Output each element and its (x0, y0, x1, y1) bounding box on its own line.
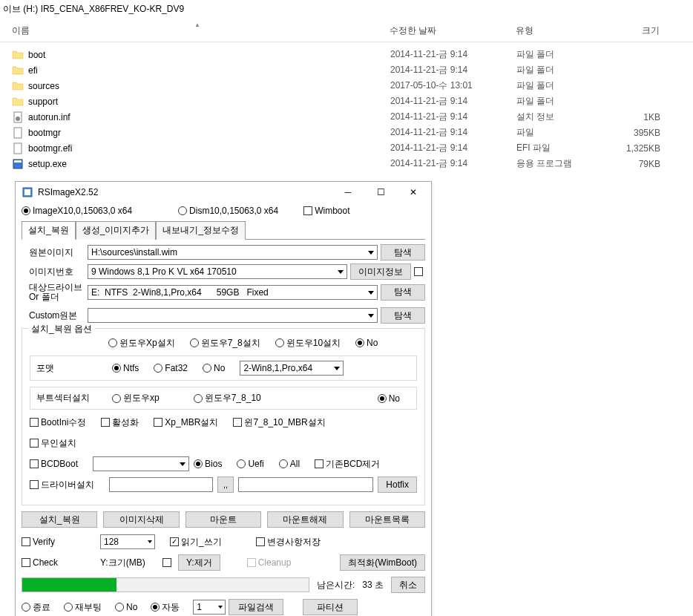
file-name: boot (28, 50, 390, 60)
check-driver[interactable]: 드라이버설치 (30, 479, 94, 491)
radio-boot-xp[interactable]: 윈도우xp (112, 392, 160, 404)
radio-install-w78[interactable]: 윈도우7_8설치 (190, 337, 260, 350)
label-format: 포맷 (36, 362, 108, 375)
check-w7810mbr[interactable]: 윈7_8_10_MBR설치 (233, 416, 325, 429)
optimize-button[interactable]: 최적화(WimBoot) (340, 554, 425, 571)
column-type[interactable]: 유형 (516, 24, 600, 37)
input-hotfix-path[interactable] (238, 477, 373, 492)
install-restore-button[interactable]: 설치_복원 (22, 511, 97, 528)
check-activate[interactable]: 활성화 (101, 416, 139, 429)
check-y-flag[interactable] (162, 558, 171, 567)
file-icon (12, 127, 24, 139)
close-button[interactable]: ✕ (397, 182, 430, 203)
check-bootini[interactable]: BootIni수정 (30, 416, 86, 429)
combo-source-image[interactable]: H:\sources\install.wim (88, 245, 378, 260)
file-size: 395KB (601, 128, 675, 138)
combo-image-index[interactable]: 9 Windows 8,1 Pro K VL x64 170510 (88, 264, 347, 279)
file-row[interactable]: sources2017-05-10-수 13:01파일 폴더 (0, 78, 693, 94)
radio-format-fat32[interactable]: Fat32 (154, 363, 188, 373)
window-title: RSImageX2.52 (38, 187, 332, 197)
combo-custom-source[interactable] (88, 308, 378, 323)
mount-button[interactable]: 마운트 (185, 511, 261, 528)
file-row[interactable]: autorun.inf2014-11-21-금 9:14설치 정보1KB (0, 109, 693, 125)
file-date: 2014-11-21-금 9:14 (390, 64, 516, 76)
file-type: EFI 파일 (516, 142, 601, 154)
unmount-button[interactable]: 마운트해제 (267, 511, 343, 528)
radio-format-no[interactable]: No (203, 363, 225, 373)
file-date: 2014-11-21-금 9:14 (390, 157, 516, 170)
minimize-button[interactable]: ─ (332, 182, 364, 203)
radio-boot-no[interactable]: No (378, 393, 400, 404)
check-existing-bcd[interactable]: 기존BCD제거 (315, 458, 380, 471)
file-row[interactable]: bootmgr.efi2014-11-21-금 9:14EFI 파일1,325K… (0, 140, 693, 156)
file-row[interactable]: setup.exe2014-11-21-금 9:14응용 프로그램79KB (0, 156, 693, 171)
options-fieldset: 설치_복원 옵션 윈도우Xp설치 윈도우7_8설치 윈도우10설치 No 포맷 … (22, 328, 425, 505)
combo-count[interactable]: 1 (193, 600, 226, 615)
tab-install-restore[interactable]: 설치_복원 (22, 221, 76, 240)
maximize-button[interactable]: ☐ (364, 182, 397, 203)
file-type: 응용 프로그램 (516, 157, 601, 170)
combo-bcdboot[interactable] (93, 456, 189, 471)
radio-shutdown[interactable]: 종료 (22, 601, 50, 614)
radio-auto[interactable]: 자동 (151, 601, 180, 614)
column-headers[interactable]: ▲ 이름 수정한 날짜 유형 크기 (0, 20, 693, 42)
column-size[interactable]: 크기 (600, 24, 674, 37)
label-target-drive: 대상드라이브 Or 폴더 (22, 283, 85, 301)
image-info-button[interactable]: 이미지정보 (350, 263, 411, 280)
file-name: bootmgr (28, 128, 390, 138)
file-name: efi (28, 65, 390, 76)
label-y-size: Y:크기(MB) (100, 557, 158, 569)
file-search-button[interactable]: 파일검색 (229, 599, 283, 615)
file-row[interactable]: support2014-11-21-금 9:14파일 폴더 (0, 94, 693, 109)
radio-install-w10[interactable]: 윈도우10설치 (275, 337, 341, 350)
tab-create-add[interactable]: 생성_이미지추가 (76, 221, 157, 240)
file-name: support (28, 96, 390, 107)
radio-boot-w7810[interactable]: 윈도우7_8_10 (194, 392, 261, 404)
input-driver-path[interactable] (109, 477, 213, 492)
check-read-write[interactable]: 읽기_쓰기 (170, 536, 222, 548)
check-check[interactable]: Check (22, 557, 85, 568)
label-source-image: 원본이미지 (22, 246, 85, 259)
tab-export-edit[interactable]: 내보내기_정보수정 (156, 221, 246, 240)
radio-install-no[interactable]: No (355, 338, 378, 348)
check-unattended[interactable]: 무인설치 (30, 437, 76, 450)
file-type: 파일 폴더 (516, 79, 601, 92)
partition-button[interactable]: 파티션 (303, 599, 358, 615)
check-image-info[interactable] (414, 267, 423, 276)
radio-install-xp[interactable]: 윈도우Xp설치 (108, 337, 175, 350)
browse-custom-button[interactable]: 탐색 (381, 307, 425, 324)
check-save-changes[interactable]: 변경사항저장 (256, 536, 321, 548)
radio-dism[interactable]: Dism10,0,15063,0 x64 (178, 206, 278, 216)
label-custom-source: Custom원본 (22, 309, 85, 322)
check-verify[interactable]: Verify (22, 537, 85, 547)
file-row[interactable]: boot2014-11-21-금 9:14파일 폴더 (0, 47, 693, 62)
radio-bcd-bios[interactable]: Bios (194, 459, 222, 469)
title-bar[interactable]: RSImageX2.52 ─ ☐ ✕ (16, 182, 431, 203)
delete-image-button[interactable]: 이미지삭제 (103, 511, 179, 528)
browse-source-button[interactable]: 탐색 (381, 244, 425, 261)
radio-imagex[interactable]: ImageX10,0,15063,0 x64 (22, 206, 132, 216)
check-wimboot[interactable]: Wimboot (303, 206, 349, 216)
file-row[interactable]: efi2014-11-21-금 9:14파일 폴더 (0, 62, 693, 78)
y-remove-button[interactable]: Y:제거 (178, 554, 220, 571)
cancel-button[interactable]: 취소 (391, 577, 425, 593)
radio-reboot[interactable]: 재부팅 (64, 601, 102, 614)
check-bcdboot[interactable]: BCDBoot (30, 459, 78, 469)
check-xpmbr[interactable]: Xp_MBR설치 (154, 416, 218, 429)
browse-driver-button[interactable]: ,, (217, 476, 234, 493)
radio-power-no[interactable]: No (115, 602, 137, 612)
combo-target-drive[interactable]: E: NTFS 2-Win8,1,Pro,x64 59GB Fixed (88, 285, 378, 300)
radio-bcd-all[interactable]: All (279, 459, 300, 469)
hotfix-button[interactable]: Hotfix (378, 476, 417, 493)
file-date: 2014-11-21-금 9:14 (390, 111, 516, 123)
file-row[interactable]: bootmgr2014-11-21-금 9:14파일395KB (0, 125, 693, 140)
svg-rect-2 (14, 128, 22, 138)
radio-bcd-uefi[interactable]: Uefi (237, 459, 263, 469)
folder-icon (12, 96, 24, 108)
mount-list-button[interactable]: 마운트목록 (349, 511, 425, 528)
combo-format-target[interactable]: 2-Win8,1,Pro,x64 (240, 361, 344, 376)
column-date[interactable]: 수정한 날짜 (390, 24, 516, 37)
combo-size[interactable]: 128 (100, 534, 155, 549)
radio-format-ntfs[interactable]: Ntfs (112, 363, 139, 373)
browse-target-button[interactable]: 탐색 (381, 284, 425, 301)
